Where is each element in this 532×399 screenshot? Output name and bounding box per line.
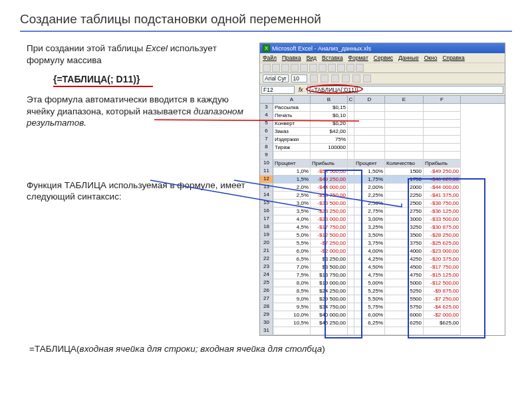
svg-line-0 bbox=[154, 120, 359, 121]
svg-line-1 bbox=[150, 180, 321, 210]
pointer-red bbox=[0, 0, 532, 399]
